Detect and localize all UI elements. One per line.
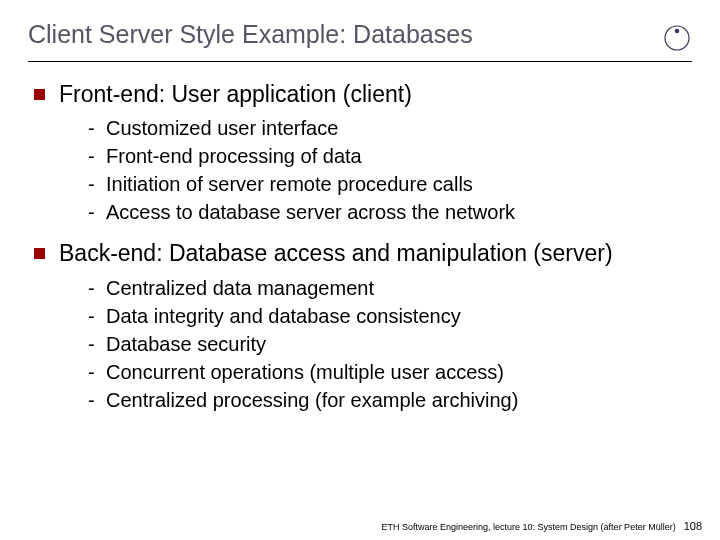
section-heading-text: Front-end: User application (client) [59, 80, 412, 109]
list-item-text: Access to database server across the net… [106, 199, 515, 225]
list-item: -Access to database server across the ne… [88, 199, 686, 225]
dash-bullet-icon: - [88, 359, 106, 385]
dash-bullet-icon: - [88, 331, 106, 357]
dash-bullet-icon: - [88, 143, 106, 169]
list-item: -Centralized data management [88, 275, 686, 301]
footer-text: ETH Software Engineering, lecture 10: Sy… [382, 522, 676, 532]
dash-bullet-icon: - [88, 387, 106, 413]
dash-bullet-icon: - [88, 171, 106, 197]
square-bullet-icon [34, 89, 45, 100]
slide-title: Client Server Style Example: Databases [28, 20, 473, 49]
list-item-text: Centralized processing (for example arch… [106, 387, 518, 413]
list-item-text: Database security [106, 331, 266, 357]
dash-bullet-icon: - [88, 199, 106, 225]
header-row: Client Server Style Example: Databases [28, 20, 692, 55]
title-divider [28, 61, 692, 62]
slide-footer: ETH Software Engineering, lecture 10: Sy… [382, 520, 702, 532]
list-item: -Front-end processing of data [88, 143, 686, 169]
list-item-text: Concurrent operations (multiple user acc… [106, 359, 504, 385]
list-item-text: Customized user interface [106, 115, 338, 141]
slide-body: Front-end: User application (client) -Cu… [28, 80, 692, 413]
dash-bullet-icon: - [88, 275, 106, 301]
section-heading: Back-end: Database access and manipulati… [34, 239, 686, 268]
list-item-text: Front-end processing of data [106, 143, 362, 169]
list-item: -Centralized processing (for example arc… [88, 387, 686, 413]
logo-icon [662, 23, 692, 53]
slide-container: Client Server Style Example: Databases F… [0, 0, 720, 540]
svg-point-1 [675, 28, 680, 33]
list-item-text: Data integrity and database consistency [106, 303, 461, 329]
dash-bullet-icon: - [88, 303, 106, 329]
section-heading: Front-end: User application (client) [34, 80, 686, 109]
dash-bullet-icon: - [88, 115, 106, 141]
list-item: -Database security [88, 331, 686, 357]
sub-list: -Centralized data management -Data integ… [88, 275, 686, 413]
section-heading-text: Back-end: Database access and manipulati… [59, 239, 613, 268]
list-item: -Concurrent operations (multiple user ac… [88, 359, 686, 385]
list-item-text: Initiation of server remote procedure ca… [106, 171, 473, 197]
list-item: -Customized user interface [88, 115, 686, 141]
square-bullet-icon [34, 248, 45, 259]
sub-list: -Customized user interface -Front-end pr… [88, 115, 686, 225]
page-number: 108 [684, 520, 702, 532]
list-item: -Initiation of server remote procedure c… [88, 171, 686, 197]
list-item: -Data integrity and database consistency [88, 303, 686, 329]
list-item-text: Centralized data management [106, 275, 374, 301]
